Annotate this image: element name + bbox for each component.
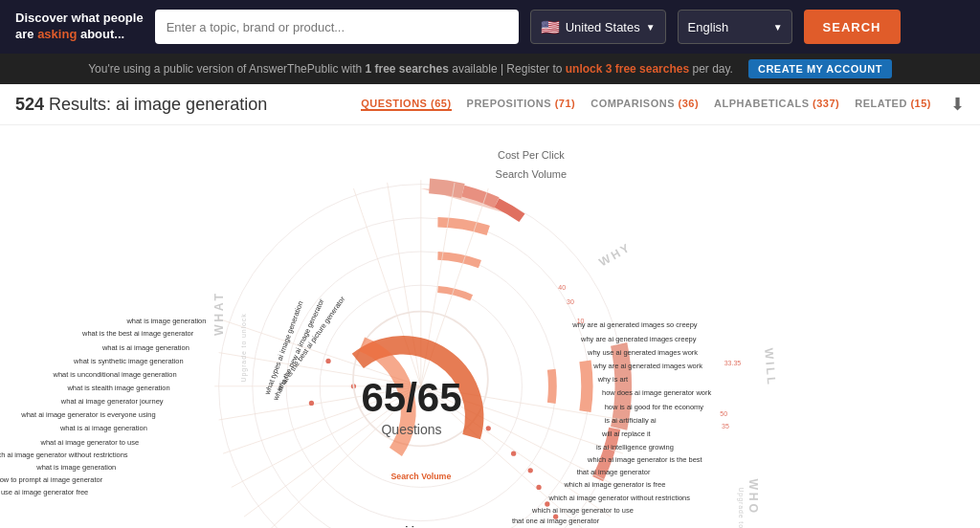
svg-text:what is synthetic image genera: what is synthetic image generation [73, 357, 184, 365]
center-topic: ai image [399, 524, 443, 528]
svg-text:50: 50 [720, 410, 727, 417]
main-visualization: Cost Per Click Search Volume [0, 125, 980, 528]
language-select-wrap[interactable]: English ▼ [678, 10, 792, 44]
search-input[interactable] [155, 10, 519, 44]
svg-text:why are ai generated images wo: why are ai generated images work [592, 362, 702, 370]
download-icon[interactable]: ⬇ [950, 94, 965, 115]
chevron-down-icon: ▼ [646, 22, 656, 33]
svg-text:what is ai image generation: what is ai image generation [59, 424, 147, 432]
svg-text:is ai intelligence growing: is ai intelligence growing [596, 443, 674, 451]
svg-text:40: 40 [558, 284, 566, 291]
svg-text:what is unconditional image ge: what is unconditional image generation [52, 370, 176, 379]
svg-text:which ai image generator to us: which ai image generator to use [531, 506, 634, 515]
svg-text:what ai image generator to use: what ai image generator to use [39, 438, 139, 447]
svg-text:how is ai good for the economy: how is ai good for the economy [605, 403, 704, 411]
tab-related[interactable]: RELATED (15) [855, 98, 931, 111]
svg-point-25 [486, 426, 491, 430]
svg-text:how does ai image generator wo: how does ai image generator work [602, 388, 711, 397]
svg-text:30: 30 [567, 298, 574, 305]
svg-point-23 [309, 401, 314, 406]
search-input-wrap[interactable] [155, 10, 519, 44]
svg-text:what ai image generator journe: what ai image generator journey [60, 397, 164, 406]
svg-text:will ai replace it: will ai replace it [601, 429, 652, 438]
results-title: 524 Results: ai image generation [15, 95, 342, 115]
svg-text:why use ai generated images wo: why use ai generated images work [587, 348, 698, 357]
svg-text:why are ai generated images cr: why are ai generated images creepy [580, 335, 697, 343]
svg-point-27 [528, 468, 533, 473]
svg-text:what is ai image generation: what is ai image generation [101, 343, 189, 352]
tab-prepositions[interactable]: PREPOSITIONS (71) [467, 98, 576, 111]
svg-line-17 [421, 386, 623, 453]
upgrade-banner-left: Upgrade to unlock [240, 313, 248, 382]
svg-point-24 [325, 359, 330, 363]
svg-text:why are ai generated images so: why are ai generated images so creepy [571, 320, 698, 329]
svg-text:how to prompt ai image generat: how to prompt ai image generator [0, 475, 103, 484]
country-flag: 🇺🇸 [541, 18, 560, 36]
tab-questions[interactable]: QUESTIONS (65) [361, 98, 451, 111]
svg-point-26 [511, 451, 516, 456]
section-who: WHO [746, 479, 760, 516]
svg-line-10 [244, 386, 421, 517]
section-will: WILL [762, 347, 778, 387]
svg-text:10: 10 [577, 318, 585, 324]
svg-text:why is art: why is art [597, 375, 629, 384]
language-select[interactable]: English [678, 10, 792, 44]
upgrade-banner-right: Upgrade to unlock [737, 487, 745, 528]
svg-text:what is stealth image generati: what is stealth image generation [66, 384, 169, 392]
svg-text:what ai image generator is eve: what ai image generator is everyone usin… [20, 410, 155, 419]
svg-point-28 [536, 485, 541, 490]
svg-text:how to use ai image generator : how to use ai image generator free [0, 488, 88, 496]
country-select[interactable]: 🇺🇸 United States ▼ [530, 10, 666, 44]
svg-text:which ai image generator witho: which ai image generator without restric… [548, 494, 691, 502]
svg-text:which ai image generator is fr: which ai image generator is free [563, 480, 665, 489]
svg-text:what is image generation: what is image generation [125, 317, 206, 325]
notification-bar: You're using a public version of AnswerT… [0, 54, 980, 84]
tab-alphabeticals[interactable]: ALPHABETICALS (337) [714, 98, 839, 111]
section-what: WHAT [212, 291, 226, 336]
svg-text:which ai image generator witho: which ai image generator without restric… [0, 451, 128, 459]
svg-text:is ai artificially ai: is ai artificially ai [605, 416, 657, 425]
svg-text:35: 35 [722, 423, 729, 429]
brand-tagline: Discover what people are asking about... [15, 11, 144, 43]
wheel-svg: WHY WILL WHO WHAT Upgrade to unlock Upgr… [0, 125, 980, 528]
svg-line-11 [256, 386, 421, 528]
svg-text:that ai image generator: that ai image generator [577, 468, 651, 476]
svg-text:what is image generation: what is image generation [35, 463, 116, 472]
header: Discover what people are asking about...… [0, 0, 980, 54]
sv-label: Search Volume [390, 472, 451, 481]
svg-text:33.35: 33.35 [724, 360, 742, 366]
create-account-button[interactable]: CREATE MY ACCOUNT [748, 59, 892, 78]
section-why: WHY [597, 240, 635, 269]
search-button[interactable]: SEARCH [804, 10, 901, 44]
svg-text:which ai image generator is th: which ai image generator is the best [587, 455, 702, 464]
results-bar: 524 Results: ai image generation QUESTIO… [0, 84, 980, 125]
tabs: QUESTIONS (65) PREPOSITIONS (71) COMPARI… [361, 98, 931, 111]
svg-text:that one ai image generator: that one ai image generator [512, 517, 600, 525]
tab-comparisons[interactable]: COMPARISONS (36) [590, 98, 699, 111]
country-label: United States [566, 20, 640, 34]
svg-text:what is the best ai image gene: what is the best ai image generator [81, 329, 194, 338]
